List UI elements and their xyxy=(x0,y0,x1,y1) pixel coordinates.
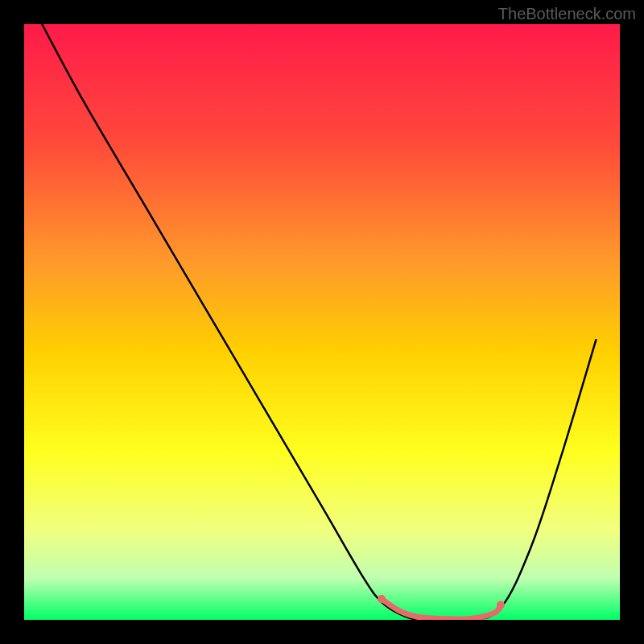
watermark-text: TheBottleneck.com xyxy=(498,5,636,23)
bottleneck-chart xyxy=(24,24,620,620)
range-start-dot xyxy=(378,595,386,603)
chart-container xyxy=(24,24,620,620)
gradient-background xyxy=(24,24,620,620)
range-end-dot xyxy=(497,601,505,609)
